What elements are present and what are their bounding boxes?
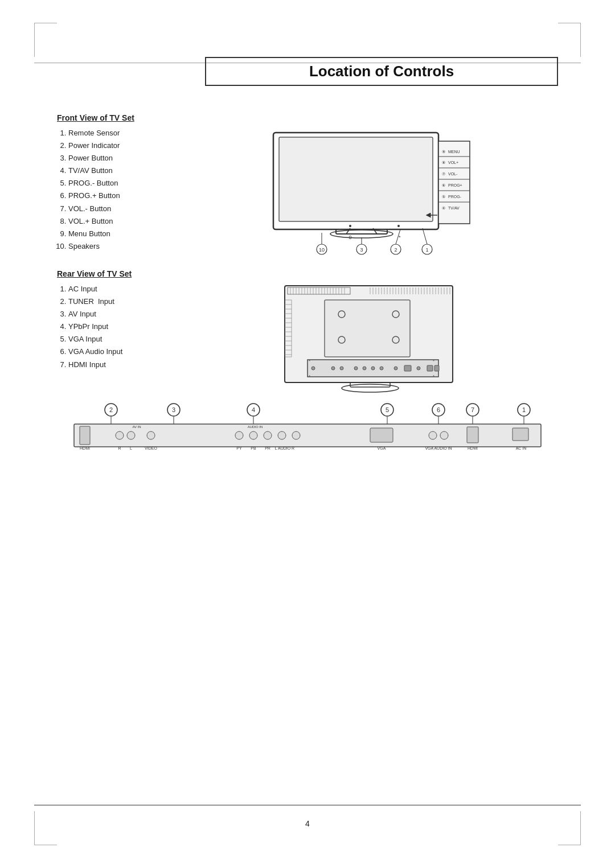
title-wrapper: Location of Controls — [57, 57, 558, 100]
corner-border-tr — [558, 23, 581, 57]
svg-text:PY: PY — [236, 446, 242, 450]
svg-text:VGA: VGA — [378, 446, 386, 450]
main-content: Location of Controls Front View of TV Se… — [57, 57, 558, 800]
list-item: Remote Sensor — [68, 127, 171, 139]
svg-point-161 — [249, 431, 257, 439]
svg-rect-174 — [467, 427, 478, 443]
svg-text:7: 7 — [471, 406, 474, 413]
svg-text:PROG-: PROG- — [448, 195, 462, 199]
svg-point-112 — [331, 367, 335, 370]
svg-rect-1 — [279, 137, 433, 221]
corner-border-br — [558, 811, 581, 845]
svg-point-160 — [235, 431, 243, 439]
front-view-title: Front View of TV Set — [57, 113, 558, 122]
svg-point-8 — [349, 225, 351, 227]
list-item: AC Input — [68, 283, 171, 295]
svg-text:⑨: ⑨ — [442, 150, 445, 154]
corner-border-tl — [34, 23, 57, 57]
svg-text:6: 6 — [437, 406, 440, 413]
svg-point-113 — [340, 367, 343, 370]
svg-rect-120 — [404, 365, 411, 371]
svg-text:L: L — [130, 446, 132, 450]
svg-point-9 — [397, 225, 400, 227]
list-item: TV/AV Button — [68, 164, 171, 177]
front-view-diagram: 0 * 10 3 — [182, 127, 558, 258]
svg-text:PB: PB — [251, 446, 256, 450]
svg-point-172 — [440, 431, 448, 439]
svg-text:VIDEO: VIDEO — [145, 446, 157, 450]
svg-rect-151 — [80, 426, 90, 445]
connector-strip-svg: 2 3 4 5 6 7 1 — [63, 400, 552, 454]
svg-text:2: 2 — [394, 247, 397, 253]
tv-rear-svg: * * * * — [276, 283, 470, 397]
svg-point-119 — [417, 367, 420, 370]
front-view-items: Remote Sensor Power Indicator Power Butt… — [57, 127, 171, 253]
svg-text:R: R — [118, 446, 121, 450]
list-item: VOL.- Button — [68, 203, 171, 215]
svg-text:3: 3 — [360, 247, 363, 253]
svg-text:5: 5 — [386, 406, 389, 413]
svg-text:AV IN: AV IN — [132, 425, 141, 429]
list-item: PROG.- Button — [68, 177, 171, 190]
svg-point-114 — [354, 367, 358, 370]
list-item: VGA Input — [68, 333, 171, 345]
list-item: Speakers — [68, 240, 171, 253]
svg-point-155 — [127, 431, 135, 439]
svg-text:VOL-: VOL- — [448, 172, 458, 176]
svg-text:HDMI: HDMI — [80, 446, 90, 450]
svg-text:⑤: ⑤ — [442, 195, 445, 199]
svg-text:*: * — [399, 235, 401, 240]
svg-text:⑥: ⑥ — [442, 183, 445, 187]
list-item: AV Input — [68, 308, 171, 320]
svg-point-118 — [394, 367, 397, 370]
svg-text:VGA AUDIO IN: VGA AUDIO IN — [425, 446, 452, 450]
svg-text:10: 10 — [319, 247, 325, 253]
svg-rect-169 — [370, 428, 393, 442]
front-view-section: Front View of TV Set Remote Sensor Power… — [57, 113, 558, 258]
rear-view-content: AC Input TUNER Input AV Input YPbPr Inpu… — [57, 283, 558, 397]
page-number: 4 — [305, 819, 310, 828]
svg-rect-121 — [427, 365, 433, 371]
svg-point-171 — [429, 431, 437, 439]
list-item: HDMI Input — [68, 359, 171, 371]
svg-text:*: * — [309, 359, 310, 364]
list-item: PROG.+ Button — [68, 190, 171, 202]
rear-view-diagram: * * * * — [188, 283, 558, 397]
list-item: VGA Audio Input — [68, 345, 171, 358]
svg-rect-176 — [512, 428, 528, 441]
svg-point-117 — [380, 367, 383, 370]
svg-text:④: ④ — [442, 206, 445, 210]
svg-point-156 — [147, 431, 155, 439]
front-view-content: Remote Sensor Power Indicator Power Butt… — [57, 127, 558, 258]
rear-view-list: AC Input TUNER Input AV Input YPbPr Inpu… — [57, 283, 171, 371]
svg-text:AUDIO IN: AUDIO IN — [248, 425, 263, 429]
svg-text:3: 3 — [172, 406, 175, 413]
svg-text:TV/AV: TV/AV — [448, 206, 460, 210]
svg-text:PR: PR — [265, 446, 270, 450]
svg-rect-122 — [434, 365, 439, 371]
svg-point-116 — [371, 367, 375, 370]
corner-border-bl — [34, 811, 57, 845]
connector-numbers-row: 2 3 4 5 6 7 1 — [57, 400, 558, 454]
svg-text:0: 0 — [348, 235, 351, 240]
svg-text:*: * — [309, 374, 310, 379]
svg-point-164 — [292, 431, 300, 439]
svg-point-128 — [342, 384, 399, 392]
svg-text:*: * — [433, 359, 434, 364]
list-item: VOL.+ Button — [68, 215, 171, 228]
svg-text:4: 4 — [252, 406, 255, 413]
svg-point-163 — [278, 431, 286, 439]
list-item: TUNER Input — [68, 295, 171, 308]
tv-front-svg: 0 * 10 3 — [262, 127, 478, 258]
rear-view-items: AC Input TUNER Input AV Input YPbPr Inpu… — [57, 283, 171, 371]
bottom-rule — [34, 805, 581, 805]
svg-text:⑧: ⑧ — [442, 161, 445, 164]
svg-text:AC IN: AC IN — [516, 446, 527, 450]
list-item: YPbPr Input — [68, 320, 171, 333]
list-item: Menu Button — [68, 228, 171, 240]
svg-text:2: 2 — [109, 406, 113, 413]
svg-text:1: 1 — [522, 406, 526, 413]
svg-text:PROG+: PROG+ — [448, 183, 462, 187]
svg-text:HDMI: HDMI — [468, 446, 478, 450]
svg-line-21 — [423, 228, 427, 244]
